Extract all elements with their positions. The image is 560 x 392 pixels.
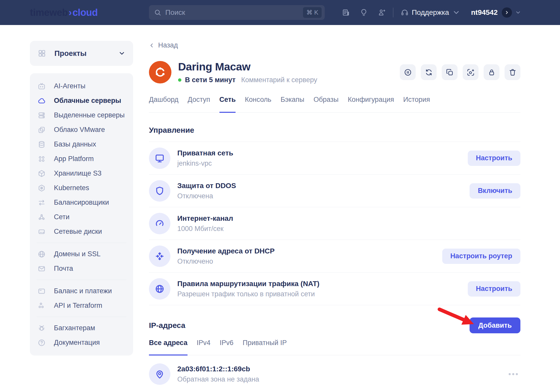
tab-configuration[interactable]: Конфигурация <box>348 96 394 112</box>
tab-history[interactable]: История <box>403 96 430 112</box>
reinstall-server-button[interactable] <box>421 64 437 80</box>
gauge-icon <box>149 213 170 234</box>
chevron-down-icon <box>118 50 125 57</box>
tab-console[interactable]: Консоль <box>245 96 271 112</box>
sidebar-item-label: Сетевые диски <box>54 228 102 236</box>
sidebar-menu: AI-Агенты Облачные серверы Выделенные се… <box>30 73 133 356</box>
database-icon <box>38 140 46 149</box>
sidebar-item-label: Баланс и платежи <box>54 287 112 295</box>
server-name: Daring Macaw <box>178 60 317 73</box>
sidebar-item-dedicated-servers[interactable]: Выделенные серверы <box>30 108 133 122</box>
ip-tab-all[interactable]: Все адреса <box>149 339 188 356</box>
row-subtitle: 1000 Мбит/сек <box>177 225 233 233</box>
logo-main: timeweb <box>30 7 68 18</box>
projects-label: Проекты <box>54 49 87 58</box>
account-badge[interactable] <box>502 7 512 18</box>
tab-dashboard[interactable]: Дашборд <box>149 96 179 112</box>
invite-user-icon[interactable] <box>378 8 386 17</box>
configure-private-network-button[interactable]: Настроить <box>468 151 520 166</box>
sidebar-item-docs[interactable]: Документация <box>30 335 133 350</box>
delete-server-button[interactable] <box>505 64 520 80</box>
ip-address: 2a03:6f01:1:2::1:69cb <box>177 365 259 373</box>
sidebar-item-vmware[interactable]: Облако VMware <box>30 122 133 137</box>
sidebar-item-balancers[interactable]: Балансировщики <box>30 195 133 210</box>
monitor-icon <box>149 148 170 169</box>
globe-icon <box>38 250 46 258</box>
app-logo[interactable]: timeweb › cloud <box>30 0 98 25</box>
sidebar-item-app-platform[interactable]: App Platform <box>30 152 133 166</box>
server-comment-link[interactable]: Комментарий к серверу <box>241 76 317 84</box>
configure-nat-button[interactable]: Настроить <box>468 281 520 297</box>
credit-card-icon <box>38 287 46 295</box>
enable-ddos-button[interactable]: Включить <box>470 183 520 199</box>
sidebar-separator <box>37 243 126 243</box>
sidebar-item-network-disks[interactable]: Сетевые диски <box>30 224 133 239</box>
ip-tab-ipv4[interactable]: IPv4 <box>197 339 211 355</box>
sidebar-item-label: Облако VMware <box>54 126 105 134</box>
tab-images[interactable]: Образы <box>313 96 339 112</box>
row-subtitle: Разрешен трафик только в приватной сети <box>177 290 319 298</box>
sidebar-item-api-terraform[interactable]: API и Terraform <box>30 298 133 313</box>
lock-server-button[interactable] <box>484 64 499 80</box>
add-ip-button[interactable]: Добавить <box>470 317 520 333</box>
tab-backups[interactable]: Бэкапы <box>281 96 304 112</box>
row-title: Получение адреса от DHCP <box>177 247 275 255</box>
sidebar-item-networks[interactable]: Сети <box>30 210 133 224</box>
projects-selector[interactable]: Проекты <box>30 41 133 66</box>
cube-icon <box>38 169 46 178</box>
row-subtitle: Отключено <box>177 258 275 265</box>
search-input[interactable] <box>165 8 303 17</box>
management-row-private-network: Приватная сеть jenkins-vpc Настроить <box>149 142 520 174</box>
sidebar-item-bughunters[interactable]: Багхантерам <box>30 321 133 335</box>
ip-section-title: IP-адреса <box>149 317 185 333</box>
search-icon <box>154 9 161 16</box>
server-status: В сети 5 минут <box>185 76 236 84</box>
management-section-title: Управление <box>149 126 520 134</box>
pause-server-button[interactable] <box>400 64 416 80</box>
sidebar-item-kubernetes[interactable]: Kubernetes <box>30 181 133 195</box>
server-tabs: Дашборд Доступ Сеть Консоль Бэкапы Образ… <box>149 96 520 113</box>
idea-icon[interactable] <box>360 8 368 17</box>
mail-icon <box>38 265 46 273</box>
sidebar-item-cloud-servers[interactable]: Облачные серверы <box>30 93 133 108</box>
ip-tab-ipv6[interactable]: IPv6 <box>220 339 234 355</box>
sidebar-item-ai-agents[interactable]: AI-Агенты <box>30 79 133 93</box>
sidebar-item-label: Багхантерам <box>54 324 95 332</box>
sidebar-item-databases[interactable]: Базы данных <box>30 137 133 152</box>
sidebar-item-s3-storage[interactable]: Хранилище S3 <box>30 166 133 181</box>
grid-icon <box>38 49 46 58</box>
tab-access[interactable]: Доступ <box>188 96 210 112</box>
ip-tabs: Все адреса IPv4 IPv6 Приватный IP <box>149 339 520 355</box>
clone-server-button[interactable] <box>442 64 458 80</box>
sidebar-item-mail[interactable]: Почта <box>30 261 133 276</box>
news-icon[interactable] <box>342 8 350 17</box>
account-menu[interactable]: nt94542 <box>471 7 521 18</box>
configure-router-button[interactable]: Настроить роутер <box>442 249 520 264</box>
management-row-dhcp: Получение адреса от DHCP Отключено Настр… <box>149 240 520 272</box>
chevron-left-icon <box>149 43 155 48</box>
search-bar[interactable]: ⌘ K <box>149 5 325 20</box>
server-stack-icon <box>38 111 46 119</box>
clone-icon <box>446 68 454 76</box>
sidebar-item-balance[interactable]: Баланс и платежи <box>30 284 133 298</box>
tab-network[interactable]: Сеть <box>219 96 236 113</box>
row-title: Защита от DDOS <box>177 182 236 190</box>
search-shortcut-badge: ⌘ K <box>303 7 322 18</box>
back-link[interactable]: Назад <box>149 41 178 49</box>
dhcp-arrows-icon <box>149 246 170 267</box>
sidebar-separator <box>37 280 126 280</box>
topbar-right: Поддержка nt94542 <box>342 0 521 25</box>
sidebar-item-domains-ssl[interactable]: Домены и SSL <box>30 247 133 261</box>
server-actions <box>400 64 520 80</box>
page: timeweb › cloud ⌘ K Поддержка nt94542 <box>0 0 560 392</box>
back-label: Назад <box>158 41 178 49</box>
sidebar-item-label: Балансировщики <box>54 199 109 206</box>
ip-tab-private[interactable]: Приватный IP <box>243 339 287 355</box>
sidebar-item-label: AI-Агенты <box>54 82 85 90</box>
snapshot-server-button[interactable] <box>463 64 479 80</box>
ip-row-menu-button[interactable] <box>506 371 520 378</box>
support-menu[interactable]: Поддержка <box>401 8 460 17</box>
shield-icon <box>149 180 170 202</box>
dots-grid-icon <box>38 155 46 163</box>
sidebar-item-label: Облачные серверы <box>54 97 121 105</box>
